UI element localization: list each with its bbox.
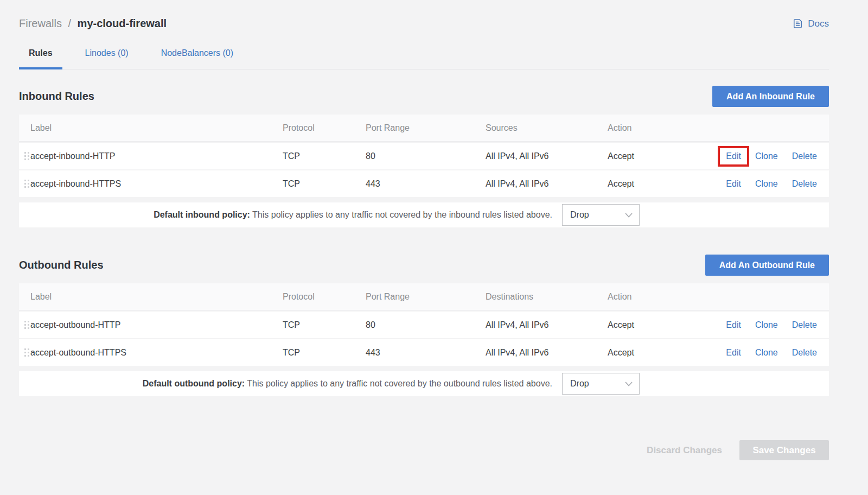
rule-destinations: All IPv4, All IPv6 bbox=[486, 320, 608, 330]
document-icon bbox=[792, 18, 803, 29]
selected-policy-value: Drop bbox=[570, 379, 589, 389]
default-inbound-policy-row: Default inbound policy: This policy appl… bbox=[19, 202, 829, 227]
column-action: Action bbox=[608, 123, 716, 133]
outbound-rules-section: Outbound Rules Add An Outbound Rule Labe… bbox=[19, 255, 829, 396]
rule-label: accept-inbound-HTTP bbox=[30, 151, 283, 161]
default-outbound-policy-label: Default outbound policy: bbox=[143, 379, 245, 388]
rule-actions: Edit Clone Delete bbox=[716, 320, 829, 330]
add-inbound-rule-button[interactable]: Add An Inbound Rule bbox=[712, 86, 829, 107]
rule-sources: All IPv4, All IPv6 bbox=[486, 179, 608, 189]
default-inbound-policy-label: Default inbound policy: bbox=[154, 210, 250, 219]
drag-handle-icon[interactable] bbox=[19, 312, 30, 338]
rule-label: accept-inbound-HTTPS bbox=[30, 179, 283, 189]
table-row-accept-inbound-http: accept-inbound-HTTP TCP 80 All IPv4, All… bbox=[19, 143, 829, 169]
default-inbound-policy-description: This policy applies to any traffic not c… bbox=[252, 210, 552, 219]
default-outbound-policy-select[interactable]: Drop bbox=[562, 373, 640, 395]
add-outbound-rule-button[interactable]: Add An Outbound Rule bbox=[705, 255, 829, 276]
outbound-rules-table: Label Protocol Port Range Destinations A… bbox=[19, 283, 829, 366]
edit-link[interactable]: Edit bbox=[726, 151, 741, 161]
delete-link[interactable]: Delete bbox=[792, 179, 817, 189]
column-action: Action bbox=[608, 292, 716, 302]
default-outbound-policy-description: This policy applies to any traffic not c… bbox=[247, 379, 552, 388]
delete-link[interactable]: Delete bbox=[792, 348, 817, 358]
outbound-rules-title: Outbound Rules bbox=[19, 259, 104, 271]
inbound-table-header: Label Protocol Port Range Sources Action bbox=[19, 115, 829, 142]
selected-policy-value: Drop bbox=[570, 210, 589, 220]
breadcrumb-current-firewall: my-cloud-firewall bbox=[78, 17, 167, 29]
outbound-section-header: Outbound Rules Add An Outbound Rule bbox=[19, 255, 829, 276]
firewall-detail-page: Firewalls / my-cloud-firewall Docs Rules… bbox=[19, 0, 829, 460]
chevron-down-icon bbox=[625, 382, 633, 386]
column-protocol: Protocol bbox=[283, 292, 366, 302]
clone-link[interactable]: Clone bbox=[755, 348, 778, 358]
delete-link[interactable]: Delete bbox=[792, 151, 817, 161]
tab-bar: Rules Linodes (0) NodeBalancers (0) bbox=[19, 45, 829, 69]
rule-action: Accept bbox=[608, 151, 716, 161]
column-protocol: Protocol bbox=[283, 123, 366, 133]
rule-protocol: TCP bbox=[283, 151, 366, 161]
form-actions-footer: Discard Changes Save Changes bbox=[19, 440, 829, 460]
tab-rules[interactable]: Rules bbox=[19, 45, 62, 69]
column-label: Label bbox=[30, 123, 283, 133]
breadcrumb-separator: / bbox=[68, 17, 71, 29]
clone-link[interactable]: Clone bbox=[755, 151, 778, 161]
drag-handle-icon[interactable] bbox=[19, 143, 30, 169]
rule-actions: Edit Clone Delete bbox=[716, 179, 829, 189]
default-inbound-policy-text: Default inbound policy: This policy appl… bbox=[19, 210, 552, 220]
inbound-rules-section: Inbound Rules Add An Inbound Rule Label … bbox=[19, 86, 829, 227]
rule-protocol: TCP bbox=[283, 320, 366, 330]
drag-handle-icon[interactable] bbox=[19, 170, 30, 197]
breadcrumb: Firewalls / my-cloud-firewall bbox=[19, 17, 167, 30]
rule-port: 443 bbox=[366, 179, 486, 189]
drag-handle-icon[interactable] bbox=[19, 339, 30, 366]
tab-linodes[interactable]: Linodes (0) bbox=[75, 45, 138, 69]
rule-actions: Edit Clone Delete bbox=[716, 151, 829, 161]
inbound-section-header: Inbound Rules Add An Inbound Rule bbox=[19, 86, 829, 107]
rule-action: Accept bbox=[608, 179, 716, 189]
discard-changes-button[interactable]: Discard Changes bbox=[647, 445, 722, 456]
delete-link[interactable]: Delete bbox=[792, 320, 817, 330]
clone-link[interactable]: Clone bbox=[755, 179, 778, 189]
default-outbound-policy-row: Default outbound policy: This policy app… bbox=[19, 371, 829, 396]
breadcrumb-firewalls-link[interactable]: Firewalls bbox=[19, 17, 62, 29]
inbound-rules-title: Inbound Rules bbox=[19, 90, 94, 103]
rule-label: accept-outbound-HTTPS bbox=[30, 348, 283, 358]
inbound-rules-table: Label Protocol Port Range Sources Action… bbox=[19, 115, 829, 197]
column-sources: Sources bbox=[486, 123, 608, 133]
save-changes-button[interactable]: Save Changes bbox=[739, 440, 829, 460]
column-destinations: Destinations bbox=[486, 292, 608, 302]
clone-link[interactable]: Clone bbox=[755, 320, 778, 330]
default-outbound-policy-text: Default outbound policy: This policy app… bbox=[19, 379, 552, 389]
rule-actions: Edit Clone Delete bbox=[716, 348, 829, 358]
rule-protocol: TCP bbox=[283, 348, 366, 358]
rule-action: Accept bbox=[608, 348, 716, 358]
edit-link[interactable]: Edit bbox=[726, 348, 741, 358]
rule-destinations: All IPv4, All IPv6 bbox=[486, 348, 608, 358]
outbound-table-header: Label Protocol Port Range Destinations A… bbox=[19, 283, 829, 310]
tab-nodebalancers[interactable]: NodeBalancers (0) bbox=[151, 45, 243, 69]
top-bar: Firewalls / my-cloud-firewall Docs bbox=[19, 0, 829, 30]
column-label: Label bbox=[30, 292, 283, 302]
default-inbound-policy-select[interactable]: Drop bbox=[562, 204, 640, 226]
column-port-range: Port Range bbox=[366, 123, 486, 133]
docs-link[interactable]: Docs bbox=[792, 18, 829, 29]
chevron-down-icon bbox=[625, 213, 633, 218]
edit-link[interactable]: Edit bbox=[726, 320, 741, 330]
table-row-accept-outbound-https: accept-outbound-HTTPS TCP 443 All IPv4, … bbox=[19, 339, 829, 366]
rule-action: Accept bbox=[608, 320, 716, 330]
rule-port: 80 bbox=[366, 320, 486, 330]
rule-port: 80 bbox=[366, 151, 486, 161]
edit-link[interactable]: Edit bbox=[726, 179, 741, 189]
column-port-range: Port Range bbox=[366, 292, 486, 302]
table-row-accept-outbound-http: accept-outbound-HTTP TCP 80 All IPv4, Al… bbox=[19, 312, 829, 338]
rule-label: accept-outbound-HTTP bbox=[30, 320, 283, 330]
docs-label: Docs bbox=[808, 18, 829, 29]
rule-port: 443 bbox=[366, 348, 486, 358]
rule-protocol: TCP bbox=[283, 179, 366, 189]
table-row-accept-inbound-https: accept-inbound-HTTPS TCP 443 All IPv4, A… bbox=[19, 170, 829, 197]
rule-sources: All IPv4, All IPv6 bbox=[486, 151, 608, 161]
